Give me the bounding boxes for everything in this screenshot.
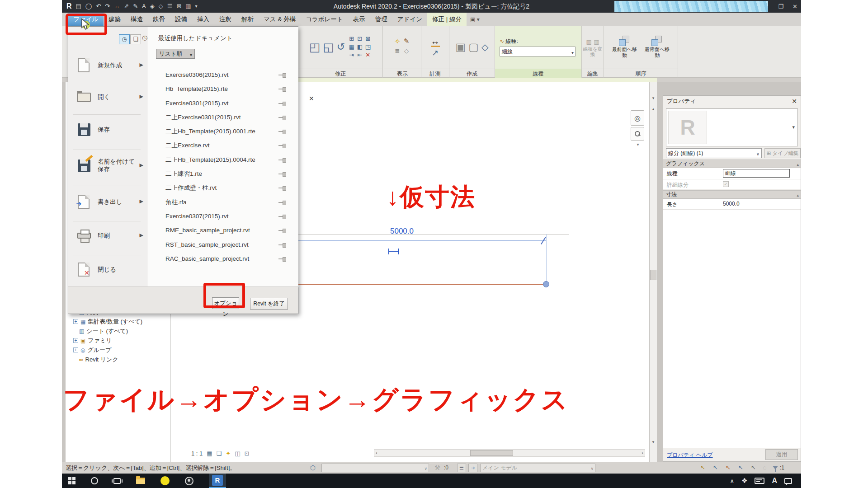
crop-view-icon[interactable]: ◫ bbox=[235, 450, 240, 457]
collapse-icon[interactable]: ▴ bbox=[797, 161, 799, 169]
edit-type-button[interactable]: ⊞ タイプ編集 bbox=[764, 148, 801, 158]
detail-level-icon[interactable]: ▦ bbox=[207, 450, 212, 457]
pin-icon[interactable] bbox=[278, 186, 286, 190]
delete-icon[interactable]: ✕ bbox=[364, 52, 372, 59]
recent-file[interactable]: RME_basic_sample_project.rvt bbox=[147, 223, 298, 237]
recent-file[interactable]: Hb_Template(2015).rte bbox=[147, 82, 298, 96]
view-tabs-dropdown-icon[interactable]: ▾ bbox=[650, 96, 657, 100]
line-end-handle[interactable] bbox=[543, 281, 549, 287]
create-similar-icon[interactable]: ▢ bbox=[468, 41, 479, 53]
ime-mode-icon[interactable]: A bbox=[772, 477, 777, 485]
select-underlay-icon[interactable]: ↖ bbox=[713, 464, 718, 471]
design-options-dropdown[interactable]: メイン モデル ∨ bbox=[480, 464, 595, 472]
cortana-icon[interactable] bbox=[91, 477, 98, 484]
recent-file[interactable]: 二上Exercise.rvt bbox=[147, 138, 298, 152]
tab-structure[interactable]: 構造 bbox=[126, 13, 148, 26]
maximize-button[interactable]: ❐ bbox=[778, 3, 783, 10]
align-icon[interactable]: ⇥ bbox=[348, 52, 355, 59]
filter-icon[interactable] bbox=[773, 466, 778, 469]
tab-addins[interactable]: アドイン bbox=[392, 13, 427, 26]
detail-line[interactable] bbox=[296, 284, 546, 285]
tab-annotate[interactable]: 注釈 bbox=[214, 13, 236, 26]
detail-lines-checkbox[interactable]: ✓ bbox=[723, 181, 729, 187]
pin-icon[interactable] bbox=[278, 257, 286, 261]
send-to-back-button[interactable]: 最背面へ移動 bbox=[644, 36, 670, 58]
horizontal-scrollbar[interactable]: ‹ › bbox=[374, 449, 645, 457]
modify-edit-icon[interactable]: ◱ bbox=[323, 40, 334, 54]
tab-steel[interactable]: 鉄骨 bbox=[148, 13, 170, 26]
exit-revit-button[interactable]: Revit を終了 bbox=[250, 298, 288, 310]
panel-label-edit[interactable]: 編集 bbox=[582, 69, 604, 78]
touch-keyboard-icon[interactable] bbox=[755, 478, 764, 484]
tab-manage[interactable]: 管理 bbox=[370, 13, 392, 26]
revit-taskbar-button[interactable]: R bbox=[209, 474, 226, 488]
recent-documents-toggle[interactable]: ◷ bbox=[119, 34, 130, 44]
pin-icon[interactable] bbox=[278, 116, 286, 119]
line-style-dropdown[interactable]: 細線 ▾ bbox=[500, 47, 576, 56]
pin-icon[interactable] bbox=[278, 158, 286, 162]
recent-file[interactable]: 二上Exercise0301(2015).rvt bbox=[147, 110, 298, 124]
expand-icon[interactable]: + bbox=[73, 319, 78, 324]
tree-item-revit-links[interactable]: ∞ Revit リンク bbox=[66, 355, 170, 364]
linework-icon[interactable]: ≣ bbox=[394, 47, 401, 57]
scroll-up-icon[interactable]: ▲ bbox=[650, 107, 657, 111]
trim-icon[interactable]: ⊠ bbox=[364, 35, 372, 43]
view-scale[interactable]: 1 : 1 bbox=[191, 450, 203, 457]
worksets-icon[interactable]: ⬡ bbox=[310, 464, 316, 471]
close-button[interactable]: ✕ bbox=[793, 3, 797, 10]
dropbox-icon[interactable]: ❖ bbox=[741, 477, 747, 485]
panel-label-line-style[interactable]: 線種 bbox=[495, 69, 581, 78]
scroll-left-icon[interactable]: ‹ bbox=[376, 450, 377, 455]
dimension-toggle-icon[interactable] bbox=[388, 249, 399, 254]
tab-modify-lines[interactable]: 修正 | 線分 bbox=[427, 13, 467, 26]
paint-icon[interactable]: ✎ bbox=[403, 37, 410, 47]
tree-item-groups[interactable]: + ◎ グループ bbox=[66, 345, 170, 355]
panel-label-modify[interactable]: 修正 bbox=[298, 69, 382, 78]
pin-icon[interactable] bbox=[278, 73, 286, 77]
tray-chevron-icon[interactable]: ∧ bbox=[730, 478, 734, 484]
recent-file[interactable]: RAC_basic_sample_project.rvt bbox=[147, 252, 298, 266]
recent-file[interactable]: 二上練習1.rte bbox=[147, 167, 298, 181]
collapse-icon[interactable]: ▴ bbox=[797, 192, 799, 199]
steering-wheel-button[interactable]: ◎ bbox=[631, 110, 644, 126]
prop-value-length[interactable]: 5000.0 bbox=[723, 199, 801, 209]
pin-icon[interactable] bbox=[278, 87, 286, 91]
ghost-icon[interactable]: ◇ bbox=[403, 47, 410, 57]
lightbulb-icon[interactable]: ✧ bbox=[394, 37, 401, 47]
pin-icon[interactable] bbox=[278, 144, 286, 147]
design-options-arrow-icon[interactable]: ➜ bbox=[468, 464, 477, 472]
visual-style-icon[interactable]: ❏ bbox=[217, 450, 222, 457]
tab-view[interactable]: 表示 bbox=[348, 13, 370, 26]
minimize-button[interactable]: — bbox=[763, 3, 769, 10]
start-button-icon[interactable] bbox=[68, 477, 75, 484]
temporary-dimension-value[interactable]: 5000.0 bbox=[375, 227, 429, 236]
recent-file[interactable]: RST_basic_sample_project.rvt bbox=[147, 238, 298, 252]
tab-collaborate[interactable]: コラボレート bbox=[301, 13, 348, 26]
tree-item-sheets[interactable]: ▥ シート (すべて) bbox=[66, 326, 170, 336]
select-by-face-icon[interactable]: ↖ bbox=[738, 464, 743, 471]
vertical-scrollbar[interactable]: ▾ ▲ ▼ bbox=[649, 82, 657, 462]
recent-file[interactable]: Exercise0306(2015).rvt bbox=[147, 68, 298, 82]
element-selector[interactable]: 線分 (細線) (1) ∨ bbox=[666, 148, 762, 158]
mirror-icon[interactable]: ◧ bbox=[356, 43, 363, 51]
recent-file[interactable]: 二上作成壁・柱.rvt bbox=[147, 181, 298, 195]
menu-item-close[interactable]: ✕ 閉じる bbox=[71, 258, 145, 281]
rotate-icon[interactable]: ↺ bbox=[337, 41, 345, 53]
tab-analyze[interactable]: 解析 bbox=[236, 13, 259, 26]
create-group-icon[interactable]: ▣ bbox=[456, 41, 466, 53]
recent-file[interactable]: Exercise0301(2015).rvt bbox=[147, 96, 298, 110]
section-graphics[interactable]: グラフィックス▴ bbox=[663, 160, 801, 168]
pin-icon[interactable] bbox=[278, 215, 286, 218]
scale-icon[interactable]: ◳ bbox=[364, 43, 372, 51]
expand-icon[interactable]: + bbox=[73, 347, 78, 352]
apply-button[interactable]: 適用 bbox=[765, 449, 798, 460]
expand-icon[interactable]: + bbox=[73, 338, 78, 343]
panel-label-measure[interactable]: 計測 bbox=[421, 69, 449, 78]
tree-item-families[interactable]: + ▣ ファミリ bbox=[66, 336, 170, 345]
open-documents-toggle[interactable]: ❏ bbox=[130, 34, 141, 44]
crop-region-icon[interactable]: ⊡ bbox=[244, 450, 249, 457]
recent-file[interactable]: 角柱.rfa bbox=[147, 195, 298, 209]
chevron-down-icon[interactable]: ▾ bbox=[792, 124, 795, 130]
vertical-scroll-thumb[interactable] bbox=[650, 270, 656, 280]
panel-label-order[interactable]: 順序 bbox=[604, 69, 678, 78]
